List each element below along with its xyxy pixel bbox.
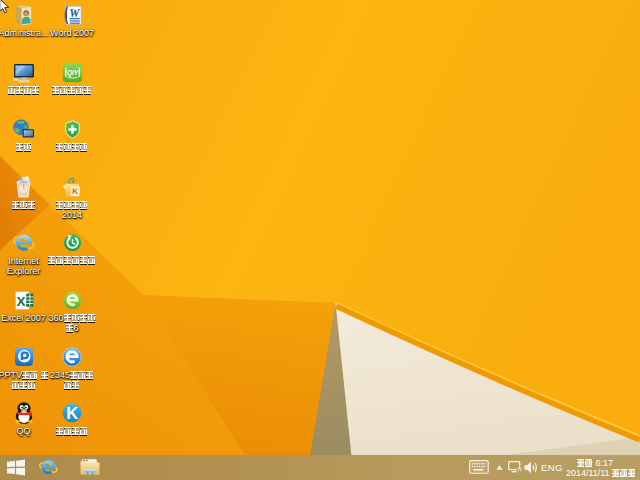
svg-text:iQIYI: iQIYI [65, 69, 80, 77]
svg-text:K: K [66, 404, 78, 422]
svg-text:X: X [16, 293, 25, 308]
svg-text:W: W [69, 7, 80, 19]
